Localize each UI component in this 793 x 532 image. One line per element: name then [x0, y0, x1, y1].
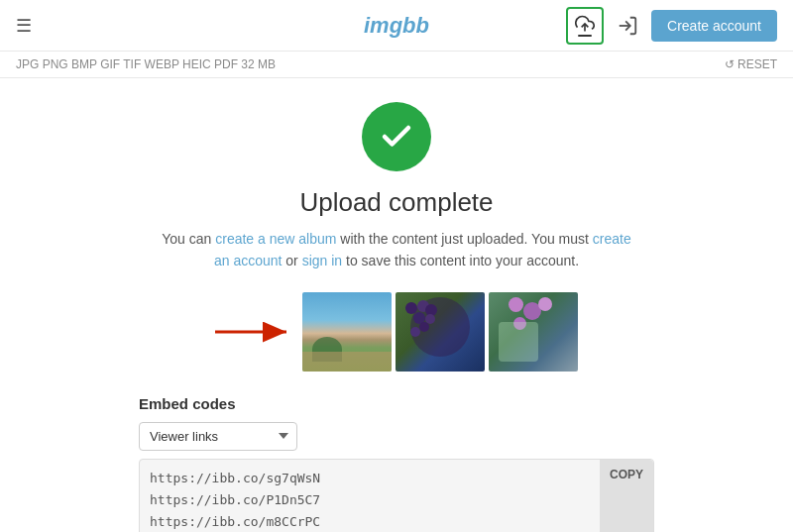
header: ☰ imgbb Create account	[0, 0, 793, 52]
hamburger-icon[interactable]: ☰	[16, 15, 32, 37]
upload-complete-title: Upload complete	[16, 187, 777, 218]
red-arrow-icon	[215, 320, 294, 344]
embed-section: Embed codes Viewer links Direct links HT…	[139, 395, 654, 532]
login-icon[interactable]	[612, 10, 643, 42]
embed-title: Embed codes	[139, 395, 654, 412]
create-account-button[interactable]: Create account	[651, 10, 777, 42]
upload-description: You can create a new album with the cont…	[159, 228, 634, 272]
desc-suffix: to save this content into your account.	[342, 253, 579, 268]
reset-icon: ↺	[725, 57, 735, 71]
reset-label: RESET	[737, 57, 777, 71]
embed-code-2: https://ibb.co/P1Dn5C7	[150, 489, 604, 511]
sub-header: JPG PNG BMP GIF TIF WEBP HEIC PDF 32 MB …	[0, 52, 793, 78]
header-left: ☰	[16, 15, 32, 37]
desc-or: or	[282, 253, 301, 268]
embed-code-3: https://ibb.co/m8CCrPC	[150, 511, 604, 532]
reset-button[interactable]: ↺ RESET	[725, 57, 777, 71]
upload-icon-button[interactable]	[566, 7, 604, 45]
gallery-images	[302, 292, 578, 372]
file-types-label: JPG PNG BMP GIF TIF WEBP HEIC PDF 32 MB	[16, 57, 276, 71]
success-circle	[362, 102, 431, 171]
gallery-image-grapes	[396, 292, 485, 372]
logo: imgbb	[364, 13, 429, 39]
copy-button[interactable]: COPY	[600, 460, 653, 532]
create-album-link[interactable]: create a new album	[215, 231, 336, 247]
upload-bar	[578, 35, 592, 37]
main-content: Upload complete You can create a new alb…	[0, 78, 793, 532]
arrow-container	[215, 320, 294, 344]
gallery-image-beach	[302, 292, 392, 372]
desc-prefix: You can	[162, 231, 215, 247]
desc-middle: with the content just uploaded. You must	[336, 231, 592, 247]
embed-select-row: Viewer links Direct links HTML links BBC…	[139, 422, 654, 451]
header-right: Create account	[566, 7, 777, 45]
embed-type-select[interactable]: Viewer links Direct links HTML links BBC…	[139, 422, 297, 451]
gallery-section	[16, 292, 777, 372]
sign-in-link[interactable]: sign in	[302, 253, 342, 268]
embed-code-1: https://ibb.co/sg7qWsN	[150, 468, 604, 489]
gallery-image-flowers	[489, 292, 578, 372]
embed-codes-box: https://ibb.co/sg7qWsN https://ibb.co/P1…	[139, 459, 654, 532]
